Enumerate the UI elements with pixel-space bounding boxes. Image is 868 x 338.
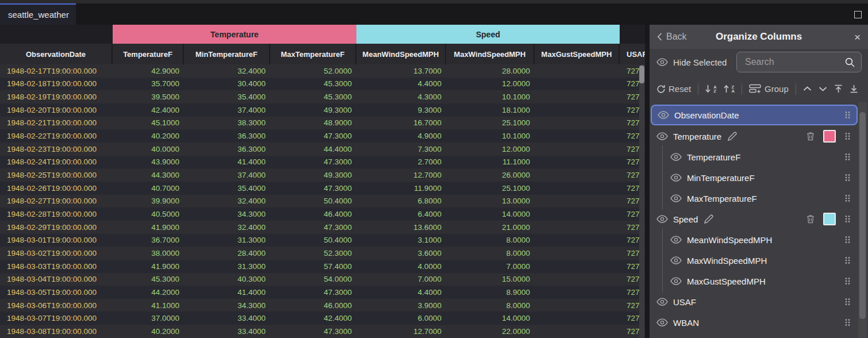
table-cell[interactable]: 8.0000	[446, 299, 535, 312]
search-input[interactable]	[744, 56, 844, 68]
drag-handle-icon[interactable]	[844, 235, 851, 244]
table-cell[interactable]: 35.4000	[184, 182, 270, 195]
table-row[interactable]: 1948-02-17T19:00:00.00042.900032.400052.…	[0, 64, 645, 78]
trash-icon[interactable]	[806, 132, 815, 141]
trash-icon[interactable]	[806, 214, 815, 224]
table-cell[interactable]: 1948-03-01T19:00:00.000	[0, 234, 113, 247]
table-row[interactable]: 1948-02-21T19:00:00.00045.100038.300048.…	[0, 117, 645, 130]
table-cell[interactable]: 7.3000	[356, 143, 446, 156]
table-cell[interactable]	[535, 208, 620, 221]
table-cell[interactable]: 14.0000	[446, 312, 535, 325]
table-cell[interactable]: 57.4000	[270, 260, 356, 273]
table-cell[interactable]: 34.3000	[184, 299, 270, 312]
group-color-swatch[interactable]	[823, 213, 836, 225]
table-cell[interactable]: 4.0000	[356, 260, 446, 273]
column-header-temperaturef[interactable]: TemperatureF	[113, 44, 184, 64]
table-cell[interactable]	[535, 273, 620, 286]
table-row[interactable]: 1948-02-20T19:00:00.00042.400037.400049.…	[0, 103, 645, 117]
table-cell[interactable]: 12.0000	[446, 78, 535, 91]
table-cell[interactable]: 40.0000	[113, 143, 184, 156]
table-cell[interactable]: 36.3000	[184, 143, 270, 156]
table-row[interactable]: 1948-02-24T19:00:00.00043.900041.400047.…	[0, 156, 645, 169]
table-cell[interactable]: 8.9000	[446, 286, 535, 299]
table-cell[interactable]: 35.7000	[113, 78, 184, 91]
panel-item-wban[interactable]: WBAN	[651, 313, 857, 332]
close-icon[interactable]: ×	[854, 32, 861, 43]
table-cell[interactable]: 3.9000	[356, 299, 446, 312]
table-cell[interactable]	[535, 286, 620, 299]
table-cell[interactable]: 47.3000	[270, 182, 356, 195]
table-cell[interactable]: 6.0000	[356, 312, 446, 325]
chevron-up-icon[interactable]	[803, 86, 812, 91]
table-cell[interactable]: 36.7000	[113, 234, 184, 247]
back-button[interactable]: Back	[650, 32, 687, 42]
table-cell[interactable]	[535, 325, 620, 338]
table-cell[interactable]: 32.4000	[184, 221, 270, 234]
table-cell[interactable]: 1948-03-03T19:00:00.000	[0, 260, 113, 273]
table-row[interactable]: 1948-03-02T19:00:00.00038.000028.400052.…	[0, 247, 645, 260]
eye-icon[interactable]	[656, 132, 668, 140]
table-cell[interactable]: 4.9000	[356, 129, 446, 143]
eye-icon[interactable]	[656, 215, 668, 223]
table-cell[interactable]: 15.0000	[446, 273, 535, 286]
edit-icon[interactable]	[727, 132, 737, 141]
drag-handle-icon[interactable]	[844, 214, 851, 224]
eye-icon[interactable]	[670, 174, 682, 182]
table-cell[interactable]: 42.4000	[113, 103, 184, 117]
sort-ascending-icon[interactable]: AZ	[705, 84, 716, 93]
table-cell[interactable]: 31.3000	[184, 234, 270, 247]
table-cell[interactable]: 40.3000	[184, 273, 270, 286]
table-cell[interactable]: 39.9000	[113, 195, 184, 208]
table-cell[interactable]: 26.0000	[446, 168, 535, 182]
table-cell[interactable]: 13.6000	[356, 221, 446, 234]
table-cell[interactable]: 50.4000	[270, 195, 356, 208]
table-cell[interactable]: 8.0000	[446, 234, 535, 247]
table-row[interactable]: 1948-03-03T19:00:00.00041.900031.300057.…	[0, 260, 645, 273]
table-cell[interactable]: 9.3000	[356, 103, 446, 117]
table-cell[interactable]: 11.9000	[356, 182, 446, 195]
table-cell[interactable]: 47.3000	[270, 286, 356, 299]
table-cell[interactable]: 41.4000	[184, 286, 270, 299]
table-cell[interactable]	[535, 129, 620, 143]
table-cell[interactable]: 42.4000	[270, 312, 356, 325]
drag-handle-icon[interactable]	[844, 318, 851, 327]
table-row[interactable]: 1948-03-04T19:00:00.00045.300040.300054.…	[0, 273, 645, 286]
panel-item-maxtemperaturef[interactable]: MaxTemperatureF	[651, 189, 857, 208]
column-header-maxtemperaturef[interactable]: MaxTemperatureF	[270, 44, 356, 64]
table-cell[interactable]: 45.3000	[270, 78, 356, 91]
table-cell[interactable]: 41.9000	[113, 260, 184, 273]
table-row[interactable]: 1948-02-26T19:00:00.00040.700035.400047.…	[0, 182, 645, 195]
table-row[interactable]: 1948-03-07T19:00:00.00037.000033.400042.…	[0, 312, 645, 325]
table-cell[interactable]: 1948-03-05T19:00:00.000	[0, 286, 113, 299]
drag-handle-icon[interactable]	[844, 194, 851, 203]
table-cell[interactable]: 54.0000	[270, 273, 356, 286]
table-cell[interactable]: 1948-02-20T19:00:00.000	[0, 103, 113, 117]
table-cell[interactable]: 44.4000	[270, 143, 356, 156]
table-cell[interactable]: 33.4000	[184, 312, 270, 325]
table-cell[interactable]: 1948-02-21T19:00:00.000	[0, 117, 113, 130]
table-cell[interactable]: 37.0000	[113, 312, 184, 325]
table-cell[interactable]: 3.1000	[356, 234, 446, 247]
table-cell[interactable]	[535, 195, 620, 208]
table-cell[interactable]: 37.4000	[184, 103, 270, 117]
table-cell[interactable]: 47.3000	[270, 156, 356, 169]
table-cell[interactable]: 44.2000	[113, 286, 184, 299]
table-cell[interactable]	[535, 156, 620, 169]
move-to-bottom-icon[interactable]	[850, 84, 858, 93]
table-cell[interactable]: 12.7000	[356, 325, 446, 338]
table-cell[interactable]	[535, 64, 620, 78]
sort-descending-icon[interactable]: ZA	[724, 84, 735, 93]
table-cell[interactable]: 30.4000	[184, 78, 270, 91]
table-cell[interactable]: 1948-02-19T19:00:00.000	[0, 90, 113, 103]
table-row[interactable]: 1948-03-08T19:00:00.00040.200033.400047.…	[0, 325, 645, 338]
column-header-meanwindspeedmph[interactable]: MeanWindSpeedMPH	[356, 44, 446, 64]
table-cell[interactable]: 1948-02-28T19:00:00.000	[0, 208, 113, 221]
table-row[interactable]: 1948-03-01T19:00:00.00036.700031.300050.…	[0, 234, 645, 247]
column-header-maxgustspeedmph[interactable]: MaxGustSpeedMPH	[535, 44, 620, 64]
table-row[interactable]: 1948-02-18T19:00:00.00035.700030.400045.…	[0, 78, 645, 91]
table-cell[interactable]: 1948-02-25T19:00:00.000	[0, 168, 113, 182]
table-cell[interactable]: 40.2000	[113, 325, 184, 338]
table-cell[interactable]	[535, 78, 620, 91]
table-cell[interactable]: 45.3000	[270, 90, 356, 103]
table-cell[interactable]	[535, 103, 620, 117]
